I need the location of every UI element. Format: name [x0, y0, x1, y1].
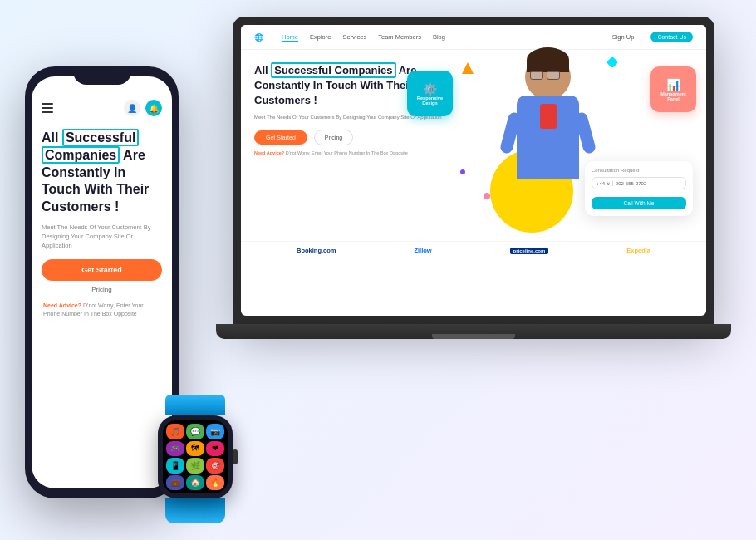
- laptop-body: 🌐 Home Explore Services Team Members Blo…: [233, 17, 714, 324]
- laptop: 🌐 Home Explore Services Team Members Blo…: [233, 17, 731, 366]
- phone-title-highlight1: Successful: [62, 129, 139, 146]
- laptop-nav-explore[interactable]: Explore: [310, 33, 331, 41]
- laptop-nav: 🌐 Home Explore Services Team Members Blo…: [241, 25, 706, 50]
- laptop-hero-subtitle: Meet The Needs Of Your Customers By Desi…: [254, 114, 685, 121]
- watch-body: 🎵 💬 📷 🎮 🗺 ❤ 📱 🌿 🎯 💼 🏠 🔥: [158, 415, 233, 498]
- laptop-hero: All Successful Companies AreConstantly I…: [241, 50, 706, 241]
- watch-app-10[interactable]: 💼: [166, 475, 184, 491]
- phone-notification-icon[interactable]: 🔔: [145, 100, 162, 116]
- laptop-get-started-button[interactable]: Get Started: [254, 130, 307, 145]
- phone-title-all: All: [42, 130, 62, 145]
- laptop-nav-signup[interactable]: Sign Up: [612, 33, 635, 41]
- laptop-screen: 🌐 Home Explore Services Team Members Blo…: [241, 25, 706, 316]
- phone-hero: All Successful Companies AreConstantly I…: [32, 121, 172, 326]
- watch-app-2[interactable]: 💬: [186, 424, 204, 439]
- watch-app-5[interactable]: 🗺: [186, 441, 204, 457]
- watch-crown: [233, 449, 238, 464]
- expedia-logo: Expedia: [626, 247, 650, 254]
- laptop-nav-home[interactable]: Home: [282, 33, 298, 42]
- watch-app-11[interactable]: 🏠: [186, 475, 204, 491]
- laptop-responsive-card: ⚙️ Responsive Design: [407, 71, 453, 116]
- watch-app-7[interactable]: 📱: [166, 458, 184, 474]
- consult-phone-input[interactable]: +44 ∨ 202-555-0702: [592, 177, 686, 189]
- deco-purple-circle: [460, 169, 465, 174]
- laptop-title-part1: All: [254, 64, 271, 76]
- laptop-nav-blog[interactable]: Blog: [433, 33, 445, 41]
- watch-app-6[interactable]: ❤: [206, 441, 224, 457]
- watch-app-9[interactable]: 🎯: [206, 458, 224, 474]
- laptop-management-card: 📊 Managment Panel: [650, 66, 696, 112]
- watch-app-8[interactable]: 🌿: [186, 458, 204, 474]
- hamburger-menu[interactable]: [42, 103, 53, 113]
- laptop-title-highlight: Successful Companies: [271, 62, 395, 78]
- phone-hero-title: All Successful Companies AreConstantly I…: [42, 130, 162, 216]
- watch: 🎵 💬 📷 🎮 🗺 ❤ 📱 🌿 🎯 💼 🏠 🔥: [145, 395, 245, 515]
- watch-screen: 🎵 💬 📷 🎮 🗺 ❤ 📱 🌿 🎯 💼 🏠 🔥: [163, 420, 228, 493]
- laptop-logos-bar: Booking.com Zillow priceline.com Expedia: [241, 241, 706, 259]
- watch-band-bottom: [165, 498, 225, 523]
- watch-app-3[interactable]: 📷: [206, 424, 224, 439]
- laptop-nav-team[interactable]: Team Members: [378, 33, 421, 41]
- watch-app-1[interactable]: 🎵: [166, 424, 184, 439]
- phone-user-icon[interactable]: 👤: [124, 100, 140, 116]
- phone-pricing-label[interactable]: Pricing: [42, 286, 162, 293]
- phone-nav-icons: 👤 🔔: [124, 100, 162, 116]
- consult-country-code[interactable]: +44 ∨: [596, 180, 613, 186]
- scene: 🌐 Home Explore Services Team Members Blo…: [0, 0, 756, 540]
- priceline-logo: priceline.com: [510, 248, 549, 254]
- laptop-base: [216, 324, 731, 339]
- laptop-nav-logo: 🌐: [254, 33, 263, 42]
- laptop-advice-text: Need Advice? D'not Worry, Enter Your Pho…: [254, 150, 685, 155]
- zillow-logo: Zillow: [414, 247, 431, 254]
- consult-title: Consultation Request: [592, 168, 686, 173]
- phone-title-highlight2: Companies: [42, 146, 120, 164]
- responsive-card-sublabel: Design: [422, 101, 437, 106]
- booking-logo: Booking.com: [297, 247, 336, 254]
- laptop-pricing-button[interactable]: Pricing: [314, 130, 353, 145]
- laptop-nav-contact-button[interactable]: Contact Us: [650, 32, 693, 42]
- laptop-consult-card: Consultation Request +44 ∨ 202-555-0702 …: [585, 161, 693, 216]
- laptop-nav-services[interactable]: Services: [342, 33, 366, 41]
- deco-pink-circle: [484, 193, 490, 199]
- phone-hero-subtitle: Meet The Needs Of Your Customers By Desi…: [42, 223, 162, 251]
- phone-get-started-button[interactable]: Get Started: [42, 259, 162, 281]
- laptop-hero-buttons: Get Started Pricing: [254, 130, 685, 145]
- phone-notch: [73, 66, 131, 85]
- watch-app-4[interactable]: 🎮: [166, 441, 184, 457]
- consult-call-button[interactable]: Call With Me: [592, 197, 686, 209]
- phone-advice-text: Need Advice? D'not Worry, Enter Your Pho…: [42, 302, 162, 319]
- watch-app-12[interactable]: 🔥: [206, 475, 224, 491]
- management-card-sublabel: Panel: [667, 96, 680, 101]
- watch-band-top: [165, 395, 225, 415]
- consult-phone-number: 202-555-0702: [616, 181, 646, 186]
